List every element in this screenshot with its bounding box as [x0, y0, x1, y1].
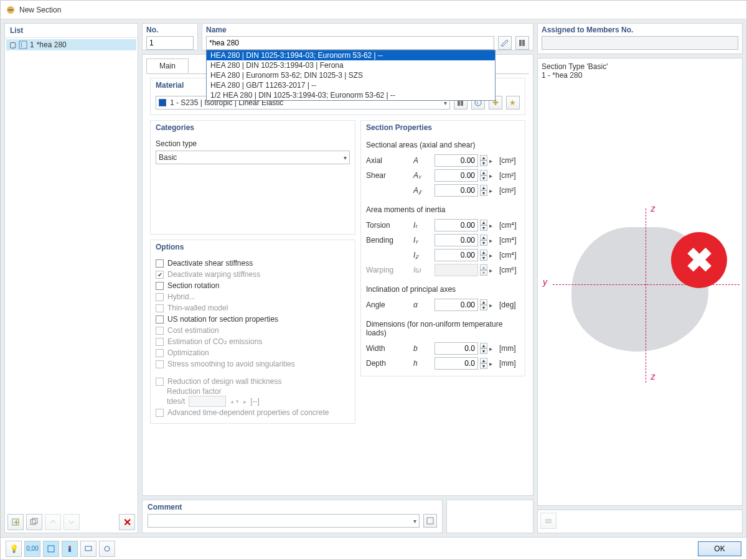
comment-combo[interactable]: ▾ [148, 514, 420, 528]
chevron-down-icon: ▾ [413, 518, 416, 525]
arrow-right-icon[interactable]: ▸ [489, 157, 496, 164]
property-label: Torsion [366, 221, 410, 230]
option-row[interactable]: Deactivate shear stiffness [156, 258, 350, 269]
property-input[interactable] [435, 169, 478, 182]
props-subtitle: Inclination of principal axes [366, 285, 520, 294]
svg-rect-17 [545, 519, 552, 521]
option-label: Section rotation [167, 281, 219, 290]
material-fav-button[interactable]: ★ [506, 96, 520, 110]
property-input[interactable] [435, 249, 478, 261]
preview-tool-button[interactable] [540, 513, 557, 529]
bottom-toolbar: 💡 0,00 OK [1, 537, 746, 559]
property-row: Angleα▲▼▸[deg] [366, 297, 520, 312]
pencil-icon [500, 39, 509, 47]
property-symbol: α [413, 301, 431, 309]
svg-rect-8 [519, 40, 522, 46]
arrow-right-icon[interactable]: ▸ [489, 237, 496, 244]
property-input[interactable] [435, 234, 478, 246]
property-row: Widthb▲▼▸[mm] [366, 341, 520, 356]
property-label: Width [366, 344, 410, 353]
property-input[interactable] [435, 299, 478, 311]
name-input[interactable] [206, 36, 494, 50]
property-input[interactable] [435, 184, 478, 197]
property-input[interactable] [435, 357, 478, 370]
property-symbol: A [413, 156, 431, 165]
autocomplete-item[interactable]: HEA 280 | GB/T 11263-2017 | -- [207, 80, 495, 90]
option-label: Thin-walled model [167, 304, 228, 312]
checkbox[interactable] [156, 315, 164, 324]
checkbox[interactable] [156, 282, 164, 290]
stepper: ▲▼ [480, 264, 487, 276]
reduction-unit: [--] [250, 397, 260, 406]
units-button[interactable]: 0,00 [24, 541, 40, 557]
arrow-right-icon: ▸ [489, 267, 496, 274]
arrow-right-icon[interactable]: ▸ [489, 187, 496, 194]
arrow-right-icon[interactable]: ▸ [489, 252, 496, 259]
categories-group-title: Categories [151, 121, 355, 134]
z-axis [646, 208, 646, 383]
property-label: Warping [366, 266, 410, 274]
property-unit: [cm²] [499, 156, 516, 165]
note-icon [426, 516, 435, 525]
arrow-right-icon[interactable]: ▸ [489, 222, 496, 229]
autocomplete-item[interactable]: HEA 280 | DIN 1025-3:1994-03; Euronorm 5… [207, 50, 495, 60]
stepper[interactable]: ▲▼ [480, 358, 487, 369]
ok-button[interactable]: OK [698, 541, 741, 556]
checkbox[interactable] [156, 259, 164, 268]
section-type-combo[interactable]: Basic ▾ [156, 151, 350, 164]
assigned-input[interactable] [542, 36, 738, 50]
stepper[interactable]: ▲▼ [480, 299, 487, 310]
axis-label-z1: z [651, 203, 655, 213]
option-row[interactable]: US notation for section properties [156, 314, 350, 325]
property-input[interactable] [435, 342, 478, 355]
stepper[interactable]: ▲▼ [480, 220, 487, 231]
arrow-right-icon[interactable]: ▸ [489, 302, 496, 309]
titlebar[interactable]: New Section [1, 1, 746, 19]
view-button-2[interactable] [62, 541, 78, 557]
svg-point-23 [105, 546, 110, 551]
stepper[interactable]: ▲▼ [480, 185, 487, 196]
tab-main[interactable]: Main [146, 58, 189, 73]
stepper[interactable]: ▲▼ [480, 170, 487, 181]
autocomplete-item[interactable]: HEA 280 | DIN 1025-3:1994-03 | Ferona [207, 60, 495, 70]
property-input[interactable] [435, 154, 478, 167]
stepper[interactable]: ▲▼ [480, 343, 487, 354]
arrow-right-icon[interactable]: ▸ [489, 360, 496, 367]
props-subtitle: Sectional areas (axial and shear) [366, 141, 520, 149]
arrow-right-icon[interactable]: ▸ [489, 345, 496, 352]
comment-label: Comment [143, 500, 442, 514]
property-row: AxialA▲▼▸[cm²] [366, 153, 520, 168]
tree-collapse-icon[interactable]: ▢ [9, 40, 16, 49]
edit-name-button[interactable] [498, 36, 512, 50]
stepper[interactable]: ▲▼ [480, 235, 487, 246]
move-down-button[interactable] [63, 514, 80, 530]
arrow-right-icon[interactable]: ▸ [489, 172, 496, 179]
view-button-3[interactable] [80, 541, 96, 557]
property-row: ShearAᵧ▲▼▸[cm²] [366, 168, 520, 183]
layers-icon [544, 516, 553, 525]
new-item-button[interactable]: ✚ [7, 514, 24, 530]
preview-toolbar-panel [537, 510, 743, 533]
property-input[interactable] [435, 219, 478, 231]
autocomplete-item[interactable]: 1/2 HEA 280 | DIN 1025-3:1994-03; Eurono… [207, 90, 495, 100]
move-up-button[interactable] [45, 514, 61, 530]
option-row[interactable]: Section rotation [156, 280, 350, 291]
autocomplete-item[interactable]: HEA 280 | Euronorm 53-62; DIN 1025-3 | S… [207, 70, 495, 80]
chevron-down-icon: ▾ [344, 154, 347, 161]
library-button[interactable] [515, 36, 529, 50]
stepper[interactable]: ▲▼ [480, 250, 487, 261]
stepper[interactable]: ▲▼ [480, 155, 487, 166]
name-autocomplete-dropdown[interactable]: HEA 280 | DIN 1025-3:1994-03; Euronorm 5… [206, 50, 496, 101]
section-type-value: Basic [159, 153, 177, 162]
comment-edit-button[interactable] [423, 514, 437, 528]
section-properties-title: Section Properties [361, 121, 525, 134]
no-input[interactable] [146, 36, 194, 50]
reduction-symbol: tdes/t [167, 397, 185, 406]
delete-button[interactable]: ✕ [119, 514, 135, 530]
help-button[interactable]: 💡 [6, 541, 22, 557]
view-button-4[interactable] [99, 541, 115, 557]
copy-item-button[interactable] [26, 514, 42, 530]
list-item[interactable]: ▢ I 1 *hea 280 [6, 39, 136, 50]
property-unit: [mm] [499, 359, 516, 368]
view-button-1[interactable] [43, 541, 59, 557]
